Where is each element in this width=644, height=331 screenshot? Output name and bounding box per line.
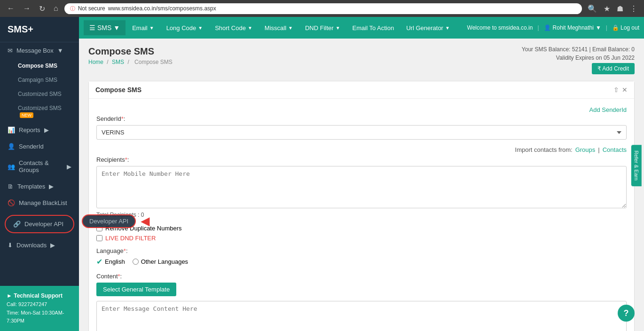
close-button[interactable]: ✕ (622, 86, 628, 94)
user-icon: 👤 (544, 24, 551, 31)
chevron-down-icon: ▼ (57, 47, 63, 54)
groups-link[interactable]: Groups (575, 146, 596, 153)
page-title-section: Compose SMS Home / SMS / Compose SMS (88, 46, 174, 65)
customized-sms-new-label: Customized SMS (18, 105, 62, 111)
developer-api-item[interactable]: 🔗 Developer API (5, 215, 74, 233)
nav-long-code[interactable]: Long Code ▼ (161, 21, 209, 35)
nav-misscall[interactable]: Misscall ▼ (259, 21, 298, 35)
content-group: Content*: Select General Template (96, 273, 627, 331)
templates-header[interactable]: 🗎 Templates ▶ (0, 178, 79, 195)
contacts-groups-label: Contacts & Groups (19, 159, 63, 173)
sidebar-item-customized-sms[interactable]: Customized SMS (0, 87, 79, 101)
urlgen-caret-icon: ▼ (445, 25, 450, 31)
contacts-link[interactable]: Contacts (603, 146, 627, 153)
email-balance: Email Balance: 0 (592, 46, 635, 53)
user-info[interactable]: 👤 Rohit Meghnathi ▼ (544, 24, 601, 31)
separator: | (598, 146, 599, 153)
downloads-label: Downloads (16, 242, 47, 249)
support-time: Time: Mon-Sat 10:30AM-7:30PM (7, 309, 72, 325)
logout-button[interactable]: 🔒 Log out (612, 24, 639, 31)
message-box-label: Message Box (16, 47, 54, 54)
breadcrumb-current: Compose SMS (134, 59, 173, 65)
add-sender-id-link[interactable]: Add SenderId (589, 106, 627, 113)
sender-id-select[interactable]: VERINS (96, 125, 627, 140)
card-body: Add SenderId SenderId*: VERINS Import co… (89, 99, 634, 331)
other-languages-option[interactable]: Other Languages (133, 258, 188, 265)
breadcrumb: Home / SMS / Compose SMS (88, 59, 174, 65)
page-header: Compose SMS Home / SMS / Compose SMS You… (88, 46, 635, 74)
back-button[interactable]: ← (5, 3, 17, 14)
hamburger-icon: ☰ (89, 24, 95, 32)
contacts-groups-header[interactable]: 👥 Contacts & Groups ▶ (0, 155, 79, 178)
technical-support: ► Technical Support Call: 9227247247 Tim… (0, 286, 79, 331)
remove-duplicate-checkbox[interactable] (96, 225, 102, 231)
add-sender-id-row: Add SenderId (96, 106, 627, 113)
other-languages-radio[interactable] (133, 259, 139, 265)
nav-toggle-button[interactable]: ☰ SMS ▼ (84, 20, 126, 35)
sender-id-header[interactable]: 👤 SenderId (0, 138, 79, 155)
nav-short-code[interactable]: Short Code ▼ (209, 21, 258, 35)
downloads-header[interactable]: ⬇ Downloads ▶ (0, 237, 79, 253)
other-languages-label: Other Languages (141, 258, 188, 265)
nav-url-generator[interactable]: Url Generator ▼ (401, 21, 456, 35)
main-content: Compose SMS Home / SMS / Compose SMS You… (79, 39, 644, 331)
reports-icon: 📊 (8, 126, 15, 134)
user-name: Rohit Meghnathi (553, 24, 594, 31)
app-wrapper: SMS+ ✉ Message Box ▼ Compose SMS Campaig… (0, 17, 644, 331)
support-icon: ► (7, 292, 12, 299)
sender-id-label: SenderId (19, 143, 44, 150)
message-box-header[interactable]: ✉ Message Box ▼ (0, 42, 79, 59)
help-float-button[interactable]: ? (618, 305, 635, 322)
reports-header[interactable]: 📊 Reports ▶ (0, 122, 79, 138)
api-icon: 🔗 (13, 221, 21, 228)
sidebar-item-customized-sms-new[interactable]: Customized SMS NEW (0, 101, 79, 122)
live-dnd-checkbox[interactable] (96, 235, 102, 241)
breadcrumb-sms[interactable]: SMS (112, 59, 124, 65)
remove-duplicate-label[interactable]: Remove Duplicate Numbers (105, 225, 182, 232)
recipients-textarea[interactable] (96, 166, 627, 208)
search-icon[interactable]: 🔍 (586, 3, 599, 14)
home-button[interactable]: ⌂ (51, 3, 61, 14)
campaign-sms-label: Campaign SMS (18, 77, 57, 83)
nav-email-to-action[interactable]: Email To Action (347, 21, 400, 35)
sidebar-item-compose-sms[interactable]: Compose SMS (0, 59, 79, 73)
email-caret-icon: ▼ (149, 25, 154, 31)
reload-button[interactable]: ↻ (37, 3, 47, 14)
address-bar[interactable]: ⓘ Not secure www.smsidea.co.in/sms/compo… (64, 3, 582, 14)
browser-chrome: ← → ↻ ⌂ ⓘ Not secure www.smsidea.co.in/s… (0, 0, 644, 17)
blacklist-icon: 🚫 (8, 199, 15, 206)
breadcrumb-home[interactable]: Home (88, 59, 103, 65)
card-header-actions: ⇧ ✕ (613, 86, 628, 94)
manage-blacklist-label: Manage BlackList (19, 199, 67, 206)
add-credit-button[interactable]: ₹ Add Credit (592, 63, 635, 74)
profile-icon[interactable]: ☗ (615, 3, 625, 14)
browser-actions: 🔍 ★ ☗ ⋮ (586, 3, 639, 14)
total-recipients: Total Recipients : 0 (96, 212, 627, 218)
sender-id-label: SenderId*: (96, 115, 627, 122)
language-group: Language*: ✔ English Other Languages (96, 247, 627, 266)
page-title: Compose SMS (88, 46, 174, 57)
english-option[interactable]: ✔ English (96, 257, 125, 266)
collapse-button[interactable]: ⇧ (613, 86, 619, 94)
select-template-button[interactable]: Select General Template (96, 283, 176, 296)
shortcode-caret-icon: ▼ (248, 25, 252, 31)
nav-email[interactable]: Email ▼ (126, 21, 159, 35)
bookmark-icon[interactable]: ★ (602, 3, 612, 14)
refer-earn-tab[interactable]: Refer & Earn (631, 145, 642, 186)
lock-icon: ⓘ (70, 5, 75, 12)
more-icon[interactable]: ⋮ (628, 3, 639, 14)
sidebar-item-campaign-sms[interactable]: Campaign SMS (0, 73, 79, 87)
reports-chevron-icon: ▶ (44, 126, 49, 134)
recipients-group: Import contacts from: Groups | Contacts … (96, 146, 627, 218)
nav-dnd-filter[interactable]: DND Filter ▼ (299, 21, 346, 35)
import-from-label: Import contacts from: (515, 146, 573, 153)
live-dnd-label[interactable]: LIVE DND FILTER (105, 235, 156, 242)
message-content-textarea[interactable] (96, 301, 627, 331)
manage-blacklist-header[interactable]: 🚫 Manage BlackList (0, 195, 79, 211)
contacts-icon: 👥 (8, 163, 15, 170)
customized-sms-label: Customized SMS (18, 91, 62, 97)
url-text: www.smsidea.co.in/sms/composesms.aspx (108, 5, 216, 12)
developer-api-label: Developer API (24, 221, 63, 228)
forward-button[interactable]: → (21, 3, 33, 14)
balance-row: Your SMS Balance: 52141 | Email Balance:… (522, 46, 635, 53)
